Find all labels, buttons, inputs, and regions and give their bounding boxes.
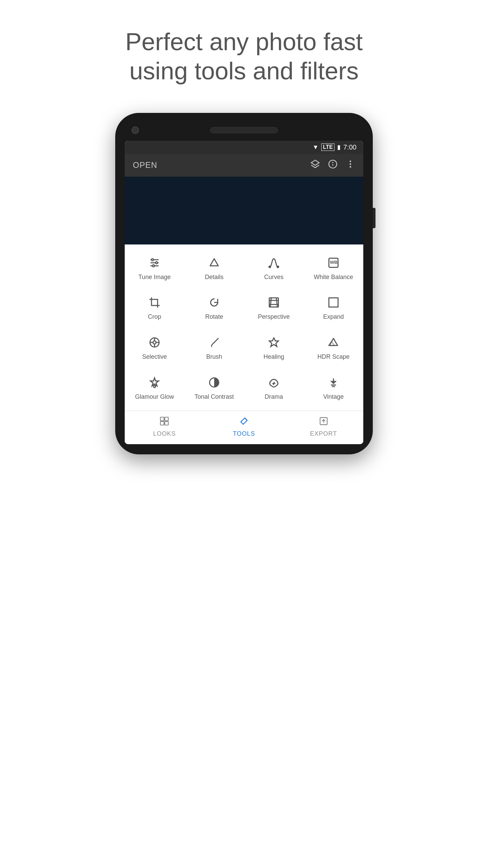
tool-vintage[interactable]: Vintage	[304, 368, 363, 408]
tool-perspective[interactable]: Perspective	[244, 288, 304, 328]
svg-text:WB: WB	[330, 260, 338, 265]
looks-label: LOOKS	[153, 430, 176, 437]
glamour-glow-label: Glamour Glow	[135, 393, 174, 401]
export-label: EXPORT	[310, 430, 337, 437]
svg-point-11	[156, 262, 158, 264]
battery-icon: ▮	[337, 143, 341, 151]
tool-white-balance[interactable]: WB White Balance	[304, 248, 363, 288]
svg-line-46	[245, 418, 247, 420]
phone-top	[125, 123, 363, 141]
svg-point-25	[153, 341, 156, 344]
svg-point-4	[350, 160, 351, 162]
details-icon	[208, 256, 220, 270]
looks-icon	[160, 416, 169, 428]
nav-looks[interactable]: LOOKS	[125, 416, 204, 437]
tool-drama[interactable]: Drama	[244, 368, 304, 408]
crop-icon	[148, 296, 161, 309]
svg-rect-44	[161, 421, 164, 425]
tools-grid: Tune Image Details	[125, 248, 363, 407]
svg-marker-0	[311, 160, 319, 165]
open-button[interactable]: OPEN	[133, 160, 157, 170]
svg-marker-33	[150, 378, 159, 386]
page-title: Perfect any photo fast using tools and f…	[92, 27, 396, 86]
svg-marker-32	[328, 341, 334, 346]
tools-icon	[239, 416, 249, 428]
perspective-icon	[268, 296, 280, 309]
nav-tools[interactable]: TOOLS	[204, 416, 284, 437]
tool-healing[interactable]: Healing	[244, 328, 304, 368]
tool-brush[interactable]: Brush	[184, 328, 244, 368]
tonal-contrast-icon	[208, 376, 220, 389]
phone-screen: ▼ LTE ▮ 7:00 OPEN	[125, 141, 363, 444]
tool-details[interactable]: Details	[184, 248, 244, 288]
curves-label: Curves	[264, 274, 283, 281]
expand-icon	[327, 296, 340, 309]
app-toolbar: OPEN	[125, 154, 363, 177]
selective-icon	[148, 336, 161, 349]
details-label: Details	[205, 274, 223, 281]
bottom-nav: LOOKS TOOLS	[125, 411, 363, 444]
tools-panel: Tune Image Details	[125, 244, 363, 411]
glamour-glow-icon	[148, 376, 161, 389]
phone-body: ▼ LTE ▮ 7:00 OPEN	[115, 113, 373, 454]
tool-crop[interactable]: Crop	[125, 288, 184, 328]
status-bar: ▼ LTE ▮ 7:00	[125, 141, 363, 154]
lte-badge: LTE	[321, 143, 334, 151]
brush-label: Brush	[206, 353, 222, 361]
svg-rect-43	[165, 417, 168, 421]
tool-tune-image[interactable]: Tune Image	[125, 248, 184, 288]
vintage-label: Vintage	[323, 393, 344, 401]
svg-point-12	[152, 265, 155, 267]
expand-label: Expand	[323, 313, 344, 321]
hdr-scape-label: HDR Scape	[317, 353, 349, 361]
svg-rect-45	[165, 421, 168, 425]
nav-export[interactable]: EXPORT	[284, 416, 363, 437]
tool-glamour-glow[interactable]: Glamour Glow	[125, 368, 184, 408]
tools-label: TOOLS	[233, 430, 255, 437]
tonal-contrast-label: Tonal Contrast	[195, 393, 234, 401]
svg-point-34	[154, 386, 156, 388]
photo-preview[interactable]	[125, 177, 363, 244]
svg-point-15	[277, 266, 279, 268]
tool-expand[interactable]: Expand	[304, 288, 363, 328]
selective-label: Selective	[142, 353, 167, 361]
svg-point-10	[151, 259, 154, 261]
export-icon	[319, 416, 328, 428]
tool-tonal-contrast[interactable]: Tonal Contrast	[184, 368, 244, 408]
drama-label: Drama	[265, 393, 283, 401]
tool-curves[interactable]: Curves	[244, 248, 304, 288]
tool-hdr-scape[interactable]: HDR Scape	[304, 328, 363, 368]
svg-marker-30	[269, 338, 279, 347]
side-button	[373, 208, 375, 228]
status-icons: ▼ LTE ▮ 7:00	[312, 143, 357, 151]
speaker	[210, 127, 278, 133]
svg-rect-42	[161, 417, 164, 421]
svg-line-19	[270, 298, 271, 307]
tool-selective[interactable]: Selective	[125, 328, 184, 368]
camera	[131, 126, 139, 134]
svg-point-5	[350, 163, 351, 165]
svg-point-6	[350, 166, 351, 168]
svg-point-14	[269, 266, 271, 268]
svg-marker-13	[210, 259, 218, 266]
tool-rotate[interactable]: Rotate	[184, 288, 244, 328]
vintage-icon	[327, 376, 340, 389]
wifi-icon: ▼	[312, 144, 319, 151]
time-display: 7:00	[343, 143, 357, 151]
curves-icon	[268, 256, 280, 270]
more-icon[interactable]	[346, 159, 355, 171]
crop-label: Crop	[148, 313, 161, 321]
rotate-icon	[208, 296, 220, 309]
svg-line-37	[273, 382, 274, 385]
rotate-label: Rotate	[205, 313, 223, 321]
toolbar-icons	[310, 159, 355, 171]
healing-label: Healing	[263, 353, 284, 361]
white-balance-icon: WB	[327, 256, 340, 270]
svg-line-20	[277, 298, 278, 307]
info-icon[interactable]	[328, 159, 338, 171]
tune-image-icon	[148, 256, 161, 270]
perspective-label: Perspective	[258, 313, 290, 321]
svg-rect-23	[329, 298, 338, 307]
white-balance-label: White Balance	[314, 274, 353, 281]
layers-icon[interactable]	[310, 159, 320, 171]
